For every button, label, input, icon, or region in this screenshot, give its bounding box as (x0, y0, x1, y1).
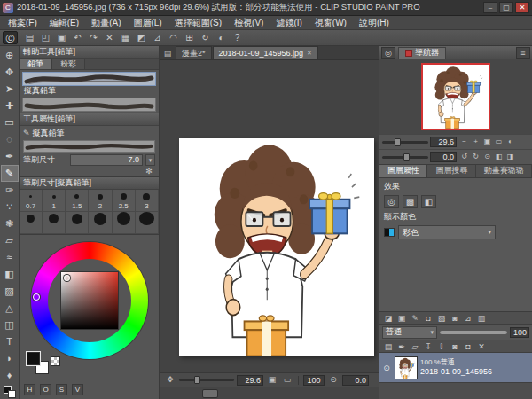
zoom-100-button[interactable]: 100 (303, 375, 325, 386)
brush-size-cell-0-3[interactable]: 2 (89, 190, 112, 212)
lock-layer-icon[interactable]: ◘ (422, 313, 434, 324)
blend-tool[interactable]: ≈ (1, 249, 19, 266)
flip-horizontal-icon[interactable]: ◧ (493, 152, 505, 162)
border-effect-icon[interactable]: ◎ (384, 195, 399, 208)
selection-tool[interactable]: ▭ (1, 114, 19, 131)
navigator-zoom-value[interactable]: 29.6 (430, 137, 457, 147)
zoom-value[interactable]: 29.6 (237, 375, 263, 386)
redo-icon[interactable]: ↷ (86, 31, 101, 44)
brush-size-cell-0-0[interactable]: 0.7 (20, 190, 43, 212)
navigator-preview-area[interactable] (379, 59, 532, 134)
navigator-zoom-slider[interactable] (382, 141, 428, 144)
fit-to-screen-icon[interactable]: ▣ (266, 374, 278, 386)
brush-size-panel-header[interactable]: 筆刷尺寸[擬真鉛筆] (20, 177, 159, 190)
navigator-rotate-slider[interactable] (382, 156, 428, 159)
zoom-out-icon[interactable]: − (458, 137, 470, 147)
menu-item-5[interactable]: 檢視(V) (228, 16, 270, 30)
fit-to-screen-icon[interactable]: ▣ (481, 137, 493, 147)
panel-menu-icon[interactable]: ≡ (516, 47, 530, 59)
operation-tool[interactable]: ➤ (1, 81, 19, 98)
toolstrip-background-chip[interactable] (8, 390, 16, 398)
layer-property-tab-0[interactable]: 圖層屬性 (379, 165, 427, 177)
fill-tool[interactable]: ◧ (1, 266, 19, 283)
subtool-tab-0[interactable]: 鉛筆 (20, 59, 52, 69)
zoom-tool[interactable]: ⊕ (1, 47, 19, 64)
brush-size-cell-0-5[interactable]: 3 (136, 190, 159, 212)
ruler-range-icon[interactable]: ⊿ (462, 313, 474, 324)
zoom-slider-knob[interactable] (194, 376, 200, 384)
clip-at-layer-below-icon[interactable]: ◪ (382, 313, 395, 324)
hue-selector[interactable] (33, 293, 40, 301)
brush-size-cell-0-2[interactable]: 1.5 (66, 190, 89, 212)
brush-size-cell-0-1[interactable]: 1 (43, 190, 66, 212)
tool-color-chips[interactable] (4, 386, 16, 398)
brush-size-cell-1-1[interactable] (43, 212, 66, 234)
eraser-tool[interactable]: ▱ (1, 232, 19, 249)
subtool-tab-1[interactable]: 粉彩 (52, 59, 85, 69)
clip-studio-button[interactable]: Ⓒ (3, 31, 18, 44)
lock-transparent-pixels-icon[interactable]: ▨ (435, 313, 448, 324)
document-list-icon[interactable]: ▤ (161, 48, 174, 59)
palette-color-icon[interactable]: ▥ (475, 313, 488, 324)
brush-size-cell-1-4[interactable] (113, 212, 136, 234)
snap-special-ruler-icon[interactable]: ◠ (166, 31, 181, 44)
rotate-left-icon[interactable]: ↺ (458, 152, 470, 162)
open-file-icon[interactable]: ◰ (38, 31, 53, 44)
lasso-tool[interactable]: ◌ (1, 131, 19, 148)
layer-property-tab-2[interactable]: 動畫賽璐璐 (476, 165, 532, 177)
layer-visible-icon[interactable]: ⊙ (381, 364, 392, 372)
tone-effect-icon[interactable]: ▩ (403, 195, 418, 208)
navigator-thumbnail[interactable] (421, 63, 490, 130)
color-mode-h[interactable]: H (24, 384, 35, 395)
draft-layer-icon[interactable]: ✎ (409, 313, 421, 324)
snap-grid-icon[interactable]: ⊞ (182, 31, 197, 44)
snap-ruler-icon[interactable]: ⊿ (150, 31, 165, 44)
reset-rotation-icon[interactable]: ⊙ (481, 152, 493, 162)
save-file-icon[interactable]: ▣ (54, 31, 69, 44)
opacity-value[interactable]: 100 (510, 327, 529, 338)
rotate-view-icon[interactable]: ↻ (198, 31, 213, 44)
rotate-right-icon[interactable]: ↻ (470, 152, 481, 162)
minimize-button[interactable]: – (483, 2, 497, 13)
transfer-to-lower-layer-icon[interactable]: ↧ (422, 341, 434, 352)
foreground-color-chip[interactable] (27, 352, 40, 365)
magnifier-icon[interactable]: ◎ (381, 47, 395, 59)
figure-tool[interactable]: △ (1, 300, 19, 317)
tool-property-header[interactable]: 工具屬性[鉛筆] (20, 113, 159, 126)
navigator-rotate-knob[interactable] (403, 153, 410, 161)
reference-layer-icon[interactable]: ▣ (395, 313, 408, 324)
color-mode-o[interactable]: O (40, 384, 51, 395)
pen-tool[interactable]: ✒ (1, 148, 19, 165)
brush-size-cell-1-0[interactable] (20, 212, 43, 234)
tab-close-icon[interactable]: ✕ (307, 50, 312, 57)
layer-color-icon[interactable]: ◧ (421, 195, 436, 208)
menu-item-1[interactable]: 編輯(E) (43, 16, 85, 30)
brush-size-dropdown-icon[interactable]: ▾ (145, 154, 155, 166)
frame-border-tool[interactable]: ◫ (1, 317, 19, 333)
new-file-icon[interactable]: ▤ (22, 31, 37, 44)
merge-with-lower-layer-icon[interactable]: ⇩ (435, 341, 448, 352)
menu-item-4[interactable]: 選擇範圍(S) (168, 16, 228, 30)
close-button[interactable]: ✕ (515, 2, 529, 13)
sv-selector[interactable] (64, 275, 70, 281)
expression-color-select[interactable]: 彩色 ▾ (398, 225, 496, 239)
canvas-page[interactable] (179, 138, 374, 356)
balloon-tool[interactable]: ◗ (1, 350, 19, 367)
brush-size-cell-1-5[interactable] (136, 212, 159, 234)
undo-icon[interactable]: ↶ (70, 31, 85, 44)
saturation-value-square[interactable] (60, 271, 119, 330)
tab-navigator[interactable]: 導航器 (398, 47, 446, 59)
navigator-rotation-value[interactable]: 0.0 (430, 152, 457, 162)
layer-move-tool[interactable]: ✚ (1, 98, 19, 114)
transparent-color-chip[interactable] (51, 356, 60, 366)
subtool-panel-header[interactable]: 輔助工具[鉛筆] (20, 46, 159, 59)
reset-rotation-icon[interactable]: ⊙ (327, 374, 340, 386)
subtool-item-label[interactable]: 擬真鉛筆 (20, 86, 159, 96)
menu-item-3[interactable]: 圖層(L) (127, 16, 168, 30)
canvas-tab-0[interactable]: 漫畫2* (176, 46, 212, 59)
menu-item-6[interactable]: 濾鏡(I) (270, 16, 308, 30)
subtool-item-2[interactable] (22, 98, 156, 112)
enable-mask-icon[interactable]: ◙ (449, 313, 461, 324)
create-layer-mask-icon[interactable]: ◙ (449, 341, 461, 352)
navigator-zoom-knob[interactable] (395, 138, 401, 146)
